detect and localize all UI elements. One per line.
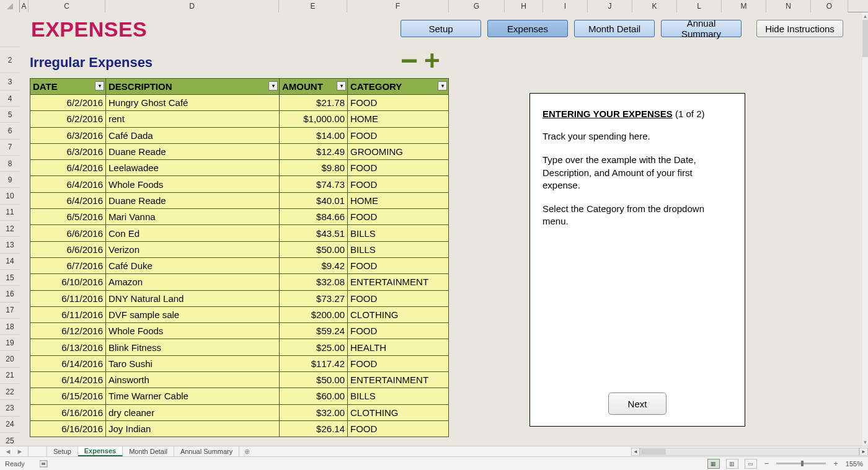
cell-date[interactable]: 6/16/2016 — [30, 404, 106, 420]
cell-date[interactable]: 6/7/2016 — [30, 257, 106, 273]
column-header-O[interactable]: O — [811, 0, 848, 12]
row-header-21[interactable]: 21 — [0, 368, 20, 384]
column-header-A[interactable]: A — [20, 0, 29, 12]
table-row[interactable]: 6/12/2016Whole Foods$59.24FOOD — [30, 323, 449, 339]
row-header-9[interactable]: 9 — [0, 172, 20, 188]
row-header-19[interactable]: 19 — [0, 335, 20, 351]
cell-amt[interactable]: $50.00 — [280, 241, 348, 257]
zoom-slider[interactable] — [776, 463, 826, 464]
table-row[interactable]: 6/6/2016Con Ed$43.51BILLS — [30, 225, 449, 241]
table-row[interactable]: 6/4/2016Duane Reade$40.01HOME — [30, 192, 449, 208]
cell-cat[interactable]: BILLS — [348, 241, 449, 257]
row-header-3[interactable]: 3 — [0, 73, 20, 91]
cell-cat[interactable]: FOOD — [348, 290, 449, 306]
nav-annual-summary-button[interactable]: Annual Summary — [661, 20, 742, 37]
table-row[interactable]: 6/7/2016Café Duke$9.42FOOD — [30, 257, 449, 273]
cell-cat[interactable]: ENTERTAINMENT — [348, 372, 449, 388]
cell-date[interactable]: 6/12/2016 — [30, 323, 106, 339]
cell-amt[interactable]: $26.14 — [280, 420, 348, 437]
table-row[interactable]: 6/15/2016Time Warner Cable$60.00BILLS — [30, 388, 449, 404]
cell-amt[interactable]: $60.00 — [280, 388, 348, 404]
row-header-blank[interactable] — [0, 12, 20, 47]
table-row[interactable]: 6/4/2016Whole Foods$74.73FOOD — [30, 176, 449, 192]
cell-date[interactable]: 6/13/2016 — [30, 339, 106, 355]
cell-cat[interactable]: CLOTHING — [348, 404, 449, 420]
cell-cat[interactable]: GROOMING — [348, 143, 449, 159]
nav-month-detail-button[interactable]: Month Detail — [574, 20, 655, 37]
cell-desc[interactable]: Café Duke — [106, 257, 280, 273]
col-header-category[interactable]: CATEGORY▾ — [348, 79, 449, 95]
cell-date[interactable]: 6/2/2016 — [30, 95, 106, 111]
hide-instructions-button[interactable]: Hide Instructions — [756, 20, 843, 37]
cell-desc[interactable]: Taro Sushi — [106, 355, 280, 371]
cell-date[interactable]: 6/3/2016 — [30, 127, 106, 143]
cell-amt[interactable]: $21.78 — [280, 95, 348, 111]
column-header-L[interactable]: L — [677, 0, 722, 12]
cell-desc[interactable]: DVF sample sale — [106, 306, 280, 322]
cell-date[interactable]: 6/6/2016 — [30, 225, 106, 241]
sheet-tab-annual-summary[interactable]: Annual Summary — [174, 446, 239, 456]
row-header-14[interactable]: 14 — [0, 254, 20, 270]
row-header-15[interactable]: 15 — [0, 270, 20, 286]
scroll-right-icon[interactable]: ► — [859, 448, 868, 456]
table-row[interactable]: 6/2/2016Hungry Ghost Café$21.78FOOD — [30, 95, 449, 111]
col-header-date[interactable]: DATE▾ — [30, 79, 106, 95]
cell-cat[interactable]: FOOD — [348, 127, 449, 143]
vertical-scrollbar[interactable]: ▲ ▼ — [862, 12, 868, 446]
cell-cat[interactable]: FOOD — [348, 323, 449, 339]
row-header-2[interactable]: 2 — [0, 47, 20, 73]
table-row[interactable]: 6/4/2016Leelawadee$9.80FOOD — [30, 160, 449, 176]
table-row[interactable]: 6/14/2016Taro Sushi$117.42FOOD — [30, 355, 449, 371]
filter-icon[interactable]: ▾ — [438, 81, 447, 91]
tab-nav-arrows[interactable]: ◄► — [0, 446, 29, 456]
table-row[interactable]: 6/3/2016Café Dada$14.00FOOD — [30, 127, 449, 143]
zoom-in-button[interactable]: + — [832, 459, 839, 468]
cell-amt[interactable]: $32.00 — [280, 404, 348, 420]
table-row[interactable]: 6/6/2016Verizon$50.00BILLS — [30, 241, 449, 257]
table-row[interactable]: 6/5/2016Mari Vanna$84.66FOOD — [30, 209, 449, 225]
cell-desc[interactable]: Ainsworth — [106, 372, 280, 388]
cell-date[interactable]: 6/2/2016 — [30, 111, 106, 127]
table-row[interactable]: 6/16/2016dry cleaner$32.00CLOTHING — [30, 404, 449, 420]
scroll-left-icon[interactable]: ◄ — [631, 448, 640, 456]
cell-desc[interactable]: Verizon — [106, 241, 280, 257]
column-header-C[interactable]: C — [29, 0, 105, 12]
cell-cat[interactable]: HOME — [348, 192, 449, 208]
sheet-tab-expenses[interactable]: Expenses — [78, 446, 123, 456]
filter-icon[interactable]: ▾ — [268, 81, 278, 91]
cell-cat[interactable]: BILLS — [348, 388, 449, 404]
cell-cat[interactable]: FOOD — [348, 209, 449, 225]
cell-cat[interactable]: FOOD — [348, 257, 449, 273]
row-header-13[interactable]: 13 — [0, 237, 20, 253]
horizontal-scroll-thumb[interactable] — [641, 449, 666, 454]
row-header-22[interactable]: 22 — [0, 384, 20, 400]
row-header-24[interactable]: 24 — [0, 417, 20, 433]
column-header-D[interactable]: D — [105, 0, 279, 12]
row-header-20[interactable]: 20 — [0, 351, 20, 367]
cell-desc[interactable]: Amazon — [106, 274, 280, 290]
row-header-12[interactable]: 12 — [0, 221, 20, 237]
cell-amt[interactable]: $1,000.00 — [280, 111, 348, 127]
scroll-down-icon[interactable]: ▼ — [862, 438, 868, 446]
zoom-slider-thumb[interactable] — [801, 461, 804, 466]
cell-date[interactable]: 6/15/2016 — [30, 388, 106, 404]
add-row-icon[interactable]: + — [424, 55, 440, 67]
row-header-6[interactable]: 6 — [0, 123, 20, 139]
column-header-M[interactable]: M — [722, 0, 766, 12]
cell-desc[interactable]: Hungry Ghost Café — [106, 95, 280, 111]
cell-amt[interactable]: $40.01 — [280, 192, 348, 208]
cell-desc[interactable]: Con Ed — [106, 225, 280, 241]
table-row[interactable]: 6/16/2016Joy Indian$26.14FOOD — [30, 420, 449, 437]
nav-expenses-button[interactable]: Expenses — [487, 20, 568, 37]
cell-desc[interactable]: Duane Reade — [106, 192, 280, 208]
cell-amt[interactable]: $200.00 — [280, 306, 348, 322]
vertical-scroll-thumb[interactable] — [862, 20, 868, 57]
cell-date[interactable]: 6/4/2016 — [30, 160, 106, 176]
view-normal-icon[interactable]: ▦ — [707, 459, 720, 469]
next-button[interactable]: Next — [608, 392, 666, 415]
cell-date[interactable]: 6/4/2016 — [30, 192, 106, 208]
table-row[interactable]: 6/14/2016Ainsworth$50.00ENTERTAINMENT — [30, 372, 449, 388]
cell-amt[interactable]: $25.00 — [280, 339, 348, 355]
nav-setup-button[interactable]: Setup — [401, 20, 481, 37]
row-header-23[interactable]: 23 — [0, 400, 20, 416]
